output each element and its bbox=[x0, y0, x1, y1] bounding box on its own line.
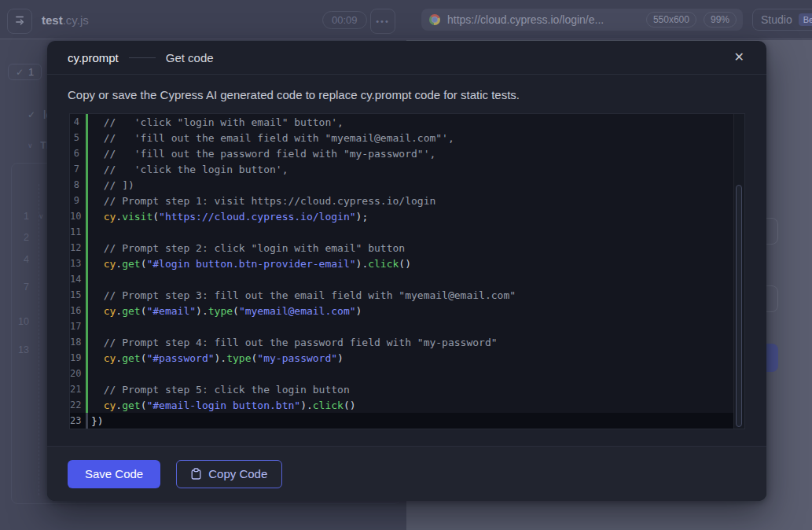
code-line: 20 bbox=[70, 366, 744, 381]
command-log-row: 7 bbox=[12, 280, 29, 294]
code-line: 15 // Prompt step 3: fill out the email … bbox=[70, 287, 744, 303]
code-line: 22 cy.get("#email-login button.btn").cli… bbox=[70, 397, 744, 413]
modal-footer: Save Code Copy Code bbox=[47, 446, 766, 501]
command-log-indent-line bbox=[39, 184, 39, 495]
check-icon: ✓ bbox=[16, 67, 24, 78]
save-code-button[interactable]: Save Code bbox=[68, 460, 160, 488]
chevron-down-icon: ∨ bbox=[28, 142, 33, 149]
browser-favicon-icon bbox=[429, 14, 440, 25]
passed-tests-badge: ✓ 1 bbox=[8, 64, 42, 80]
scrollbar-track[interactable] bbox=[733, 114, 744, 429]
more-options-button: ••• bbox=[370, 9, 395, 34]
code-line: 21 // Prompt step 5: click the login but… bbox=[70, 381, 744, 397]
title-separator bbox=[129, 57, 156, 58]
code-line: 14 bbox=[70, 271, 744, 287]
code-line: 8 // ]) bbox=[70, 177, 744, 193]
studio-button: Studio Beta bbox=[752, 9, 812, 31]
code-line: 6 // 'fill out the password field with "… bbox=[70, 145, 744, 161]
code-line: 16 cy.get("#email").type("myemail@email.… bbox=[70, 303, 744, 318]
get-code-modal: cy.prompt Get code ✕ Copy or save the Cy… bbox=[47, 41, 766, 501]
code-editor[interactable]: 4 // 'click "login with email" button',5… bbox=[69, 113, 745, 429]
code-line: 4 // 'click "login with email" button', bbox=[70, 114, 744, 130]
modal-description: Copy or save the Cypress AI generated co… bbox=[47, 75, 766, 101]
command-log-row: 4 bbox=[12, 252, 29, 267]
studio-label: Studio bbox=[761, 13, 792, 26]
code-line: 19 cy.get("#password").type("my-password… bbox=[70, 350, 744, 366]
command-log-row: 10 bbox=[12, 315, 29, 329]
code-line: 5 // 'fill out the email field with "mye… bbox=[70, 130, 744, 145]
code-line: 18 // Prompt step 4: fill out the passwo… bbox=[70, 334, 744, 350]
url-bar: https://cloud.cypress.io/login/e... 550x… bbox=[421, 9, 743, 31]
spec-name: test.cy.js bbox=[42, 0, 89, 39]
command-log-row: 13 bbox=[12, 343, 29, 357]
code-line: 9 // Prompt step 1: visit https://cloud.… bbox=[70, 193, 744, 208]
viewport-size-badge: 550x600 bbox=[646, 12, 696, 28]
copy-code-button[interactable]: Copy Code bbox=[176, 460, 282, 488]
app-window: test.cy.js 00:09 ••• https://cloud.cypre… bbox=[0, 0, 812, 530]
command-log-row: 2 bbox=[12, 230, 29, 245]
code-line: 7 // 'click the login button', bbox=[70, 161, 744, 177]
code-line: 12 // Prompt step 2: click "login with e… bbox=[70, 240, 744, 256]
expand-sidebar-icon bbox=[14, 16, 26, 28]
url-text: https://cloud.cypress.io/login/e... bbox=[447, 13, 639, 26]
top-bar: test.cy.js 00:09 ••• https://cloud.cypre… bbox=[0, 0, 812, 39]
clipboard-icon bbox=[191, 468, 201, 480]
command-log-row: 1∨ bbox=[12, 209, 44, 223]
studio-beta-badge: Beta bbox=[799, 13, 812, 26]
scrollbar-thumb[interactable] bbox=[736, 185, 742, 427]
zoom-level-badge: 99% bbox=[704, 12, 737, 28]
code-line: 10 cy.visit("https://cloud.cypress.io/lo… bbox=[70, 208, 744, 224]
code-line: 11 bbox=[70, 224, 744, 240]
passed-count: 1 bbox=[28, 66, 34, 78]
copy-code-label: Copy Code bbox=[208, 467, 267, 480]
spec-name-primary: test bbox=[42, 13, 63, 27]
code-lines: 4 // 'click "login with email" button',5… bbox=[70, 114, 744, 429]
sidebar-toggle-button bbox=[7, 9, 32, 34]
code-line: 13 cy.get("#login button.btn-provider-em… bbox=[70, 256, 744, 271]
code-line: 23}) bbox=[70, 413, 744, 429]
check-icon: ✓ bbox=[28, 109, 35, 120]
close-icon[interactable]: ✕ bbox=[731, 50, 748, 65]
modal-title: cy.prompt bbox=[68, 51, 119, 64]
code-line: 17 bbox=[70, 318, 744, 334]
test-timer: 00:09 bbox=[322, 11, 367, 29]
modal-subtitle: Get code bbox=[166, 51, 214, 64]
spec-name-extension: .cy.js bbox=[63, 13, 89, 27]
modal-header: cy.prompt Get code ✕ bbox=[47, 41, 766, 75]
